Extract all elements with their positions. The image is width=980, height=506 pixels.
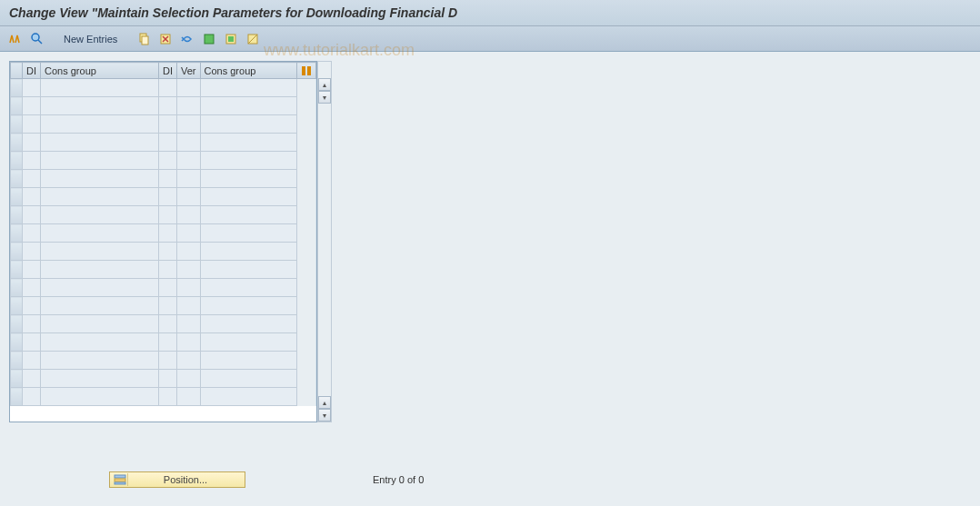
- deselect-all-icon[interactable]: [245, 31, 261, 47]
- table-cell[interactable]: [159, 261, 177, 279]
- table-cell[interactable]: [23, 224, 41, 243]
- table-cell[interactable]: [159, 243, 177, 261]
- table-cell[interactable]: [200, 352, 296, 370]
- col-header-di2[interactable]: DI: [159, 63, 177, 79]
- table-cell[interactable]: [41, 388, 159, 406]
- table-cell[interactable]: [41, 134, 159, 152]
- col-header-cons-group2[interactable]: Cons group: [200, 63, 296, 79]
- table-cell[interactable]: [159, 170, 177, 188]
- row-selector-cell[interactable]: [11, 279, 23, 297]
- table-cell[interactable]: [23, 115, 41, 134]
- table-cell[interactable]: [200, 97, 296, 115]
- table-cell[interactable]: [159, 279, 177, 297]
- table-cell[interactable]: [41, 333, 159, 352]
- table-cell[interactable]: [200, 152, 296, 170]
- row-selector-cell[interactable]: [11, 388, 23, 406]
- table-cell[interactable]: [159, 297, 177, 315]
- table-cell[interactable]: [41, 79, 159, 97]
- table-cell[interactable]: [41, 297, 159, 315]
- table-cell[interactable]: [200, 297, 296, 315]
- table-cell[interactable]: [177, 134, 201, 152]
- table-cell[interactable]: [177, 79, 201, 97]
- row-selector-cell[interactable]: [11, 206, 23, 224]
- table-cell[interactable]: [23, 134, 41, 152]
- delete-icon[interactable]: [157, 31, 174, 47]
- table-cell[interactable]: [200, 243, 296, 261]
- table-cell[interactable]: [23, 79, 41, 97]
- table-cell[interactable]: [200, 261, 296, 279]
- table-cell[interactable]: [177, 352, 201, 370]
- table-cell[interactable]: [159, 224, 177, 243]
- table-cell[interactable]: [23, 315, 41, 333]
- table-cell[interactable]: [41, 97, 159, 115]
- table-cell[interactable]: [159, 152, 177, 170]
- row-selector-cell[interactable]: [11, 297, 23, 315]
- table-cell[interactable]: [23, 370, 41, 388]
- row-selector-cell[interactable]: [11, 315, 23, 333]
- table-cell[interactable]: [177, 370, 201, 388]
- table-cell[interactable]: [41, 115, 159, 134]
- row-selector-cell[interactable]: [11, 333, 23, 352]
- scrollbar-track[interactable]: [318, 104, 331, 412]
- table-cell[interactable]: [41, 352, 159, 370]
- table-cell[interactable]: [200, 134, 296, 152]
- table-cell[interactable]: [200, 315, 296, 333]
- table-cell[interactable]: [159, 134, 177, 152]
- table-cell[interactable]: [159, 333, 177, 352]
- table-cell[interactable]: [200, 206, 296, 224]
- table-cell[interactable]: [23, 333, 41, 352]
- row-selector-cell[interactable]: [11, 170, 23, 188]
- table-config-icon[interactable]: [296, 63, 315, 79]
- table-cell[interactable]: [177, 115, 201, 134]
- table-cell[interactable]: [23, 352, 41, 370]
- table-cell[interactable]: [23, 297, 41, 315]
- table-cell[interactable]: [177, 152, 201, 170]
- table-cell[interactable]: [23, 279, 41, 297]
- undo-icon[interactable]: [179, 31, 195, 47]
- table-cell[interactable]: [177, 97, 201, 115]
- table-cell[interactable]: [159, 206, 177, 224]
- table-cell[interactable]: [200, 188, 296, 206]
- row-selector-cell[interactable]: [11, 97, 23, 115]
- table-cell[interactable]: [41, 261, 159, 279]
- table-cell[interactable]: [200, 224, 296, 243]
- table-cell[interactable]: [159, 97, 177, 115]
- table-cell[interactable]: [23, 170, 41, 188]
- table-cell[interactable]: [177, 388, 201, 406]
- table-cell[interactable]: [177, 279, 201, 297]
- col-header-cons-group1[interactable]: Cons group: [41, 63, 159, 79]
- table-cell[interactable]: [23, 243, 41, 261]
- table-cell[interactable]: [200, 115, 296, 134]
- table-cell[interactable]: [177, 333, 201, 352]
- table-cell[interactable]: [177, 206, 201, 224]
- table-cell[interactable]: [177, 297, 201, 315]
- row-selector-cell[interactable]: [11, 188, 23, 206]
- col-header-ver[interactable]: Ver: [177, 63, 201, 79]
- table-cell[interactable]: [177, 261, 201, 279]
- table-cell[interactable]: [177, 224, 201, 243]
- find-icon[interactable]: [29, 31, 45, 47]
- table-cell[interactable]: [200, 333, 296, 352]
- table-cell[interactable]: [200, 388, 296, 406]
- table-cell[interactable]: [23, 261, 41, 279]
- table-cell[interactable]: [177, 188, 201, 206]
- table-cell[interactable]: [23, 97, 41, 115]
- row-selector-cell[interactable]: [11, 79, 23, 97]
- table-cell[interactable]: [159, 115, 177, 134]
- scroll-up-button[interactable]: ▴: [318, 78, 331, 91]
- table-cell[interactable]: [159, 315, 177, 333]
- scroll-down-button-bottom[interactable]: ▾: [318, 409, 331, 422]
- scroll-down-button[interactable]: ▾: [318, 91, 331, 104]
- table-cell[interactable]: [23, 152, 41, 170]
- select-block-icon[interactable]: [223, 31, 239, 47]
- table-cell[interactable]: [23, 188, 41, 206]
- table-cell[interactable]: [41, 152, 159, 170]
- table-cell[interactable]: [41, 206, 159, 224]
- row-selector-cell[interactable]: [11, 115, 23, 134]
- table-cell[interactable]: [23, 206, 41, 224]
- table-cell[interactable]: [177, 170, 201, 188]
- table-cell[interactable]: [159, 79, 177, 97]
- table-cell[interactable]: [41, 370, 159, 388]
- row-selector-header[interactable]: [11, 63, 23, 79]
- position-button[interactable]: Position...: [109, 471, 245, 488]
